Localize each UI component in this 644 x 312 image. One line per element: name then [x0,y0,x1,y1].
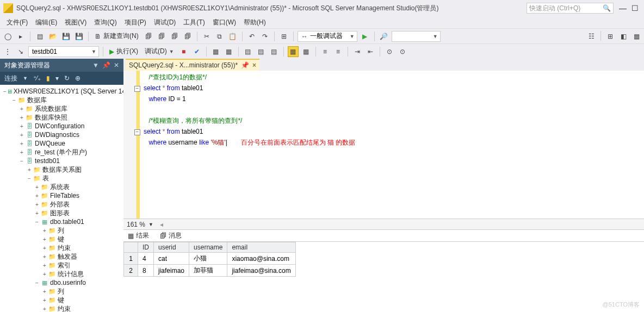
pin-icon[interactable]: 📌 [102,61,110,69]
menu-item[interactable]: 视图(V) [61,17,90,28]
tb-icon[interactable]: ▦ [224,46,234,57]
expand-icon[interactable]: + [41,263,48,269]
tree-item[interactable]: +🗄DWQueue [1,139,123,148]
dropdown-icon[interactable]: ▼ [92,61,99,69]
column-header[interactable]: email [227,242,295,253]
tree-item[interactable]: +📁键 [1,296,123,304]
expand-icon[interactable]: + [41,271,48,277]
refresh-icon[interactable]: ↻ [64,74,70,82]
expand-icon[interactable]: − [26,176,33,182]
expand-icon[interactable]: + [26,167,33,173]
tree-item[interactable]: +📁触发器 [1,252,123,261]
tb-icon[interactable]: ▾ [55,74,59,82]
expand-icon[interactable]: − [34,280,40,286]
chevron-down-icon[interactable]: ▼ [148,222,153,227]
undo-icon[interactable]: ↶ [246,31,257,42]
tb-icon[interactable]: ⋮ [2,46,13,57]
expand-icon[interactable]: + [34,210,40,216]
tb-icon[interactable]: ⁺⁄₊ [33,74,41,82]
tree-item[interactable]: +📁FileTables [1,191,123,200]
pointer-icon[interactable]: ↘ [15,46,26,57]
tb-icon[interactable]: ≡ [333,46,344,57]
menu-item[interactable]: 调试(D) [151,17,179,28]
tb-icon[interactable]: 🗐 [143,31,154,42]
expand-icon[interactable]: + [34,184,40,190]
connect-button[interactable]: 连接 [4,74,17,83]
expand-icon[interactable]: + [41,245,48,251]
menu-item[interactable]: 项目(P) [121,17,150,28]
tree-item[interactable]: +📁数据库关系图 [1,165,123,174]
minimize-button[interactable]: — [617,3,629,14]
tree-item[interactable]: +📁统计信息 [1,270,123,278]
tb-icon[interactable]: ◧ [618,31,629,42]
tb-icon[interactable]: ▤ [269,46,280,57]
expand-icon[interactable]: + [41,228,48,234]
expand-icon[interactable]: + [34,193,40,199]
tree-item[interactable]: +📁图形表 [1,209,123,217]
tb-icon[interactable]: ⊙ [384,46,395,57]
expand-icon[interactable]: + [18,132,25,138]
expand-icon[interactable]: + [18,141,25,147]
parse-icon[interactable]: ✔ [191,46,202,57]
empty-dropdown[interactable]: ▼ [392,31,441,42]
new-file-icon[interactable]: ▤ [34,31,45,42]
tb-icon[interactable]: ⊞ [605,31,616,42]
save-icon[interactable]: 💾 [60,31,71,42]
pin-icon[interactable]: 📌 [241,61,249,69]
tree-item[interactable]: +📁列 [1,226,123,235]
tb-icon[interactable]: 🗐 [169,31,180,42]
copy-icon[interactable]: ⧉ [214,31,225,42]
play-icon[interactable]: ▶ [360,31,370,42]
database-dropdown[interactable]: testdb01 ▼ [28,46,99,57]
collapse-icon[interactable]: − [134,129,140,135]
tree-item[interactable]: −🖥XHWSR0ESZL1KOY1 (SQL Server 14.0▲ [1,87,123,96]
table-row[interactable]: 14cat小猫xiaomao@sina.com [124,253,296,265]
tree-item[interactable]: −▦dbo.userinfo [1,278,123,287]
expand-icon[interactable]: + [18,106,25,112]
code-editor[interactable]: /*查找ID为1的数据*/ −select * from table01 whe… [123,71,644,219]
tree-view[interactable]: −🖥XHWSR0ESZL1KOY1 (SQL Server 14.0▲−📁数据库… [0,85,123,312]
tb-icon[interactable]: ▦ [301,46,312,57]
expand-icon[interactable]: − [18,158,25,164]
filter-icon[interactable]: ⊕ [75,74,81,82]
messages-tab[interactable]: 🗐 消息 [158,230,184,241]
indent-icon[interactable]: ⇥ [352,46,363,57]
expand-icon[interactable]: − [34,219,40,225]
stop-icon[interactable]: ■ [178,46,189,57]
expand-icon[interactable]: + [41,236,48,242]
tree-item[interactable]: +📁键 [1,235,123,244]
menu-item[interactable]: 工具(T) [180,17,208,28]
find-icon[interactable]: 🔎 [379,31,389,42]
tree-item[interactable]: −🗄testdb01 [1,157,123,165]
close-tab-icon[interactable]: × [252,61,256,69]
menu-item[interactable]: 帮助(H) [240,17,269,28]
tree-item[interactable]: +📁数据库快照 [1,113,123,122]
maximize-button[interactable]: ☐ [629,3,641,14]
column-header[interactable] [124,242,138,253]
quick-launch-input[interactable]: 快速启动 (Ctrl+Q) 🔍 [527,3,614,14]
tree-item[interactable]: +📁索引 [1,261,123,270]
tree-item[interactable]: +📁系统表 [1,183,123,191]
tb-icon[interactable]: ▦ [288,46,299,57]
cut-icon[interactable]: ✂ [201,31,212,42]
expand-icon[interactable]: + [41,254,48,260]
tree-item[interactable]: −▦dbo.table01 [1,217,123,226]
new-query-button[interactable]: 🗎 新建查询(N) [92,30,141,42]
menu-item[interactable]: 编辑(E) [32,17,60,28]
expand-icon[interactable]: + [41,306,48,312]
execute-button[interactable]: ▶ 执行(X) [107,46,140,58]
tb-icon[interactable]: ▮ [46,74,50,82]
tb-icon[interactable]: ▤ [243,46,253,57]
tree-item[interactable]: +📁约束 [1,304,123,312]
paste-icon[interactable]: 📋 [227,31,238,42]
code-text[interactable]: /*查找ID为1的数据*/ −select * from table01 whe… [140,71,360,219]
tree-item[interactable]: +🗄DWConfiguration [1,122,123,130]
table-row[interactable]: 28jiafeimao加菲猫jiafeimao@sina.com [124,265,296,277]
save-all-icon[interactable]: 💾 [73,31,84,42]
expand-icon[interactable]: + [41,289,48,295]
column-header[interactable]: userid [154,242,189,253]
zoom-level[interactable]: 161 % [127,221,145,228]
column-header[interactable]: ID [138,242,154,253]
tb-icon[interactable]: ⊞ [278,31,289,42]
collapse-icon[interactable]: − [134,86,140,92]
